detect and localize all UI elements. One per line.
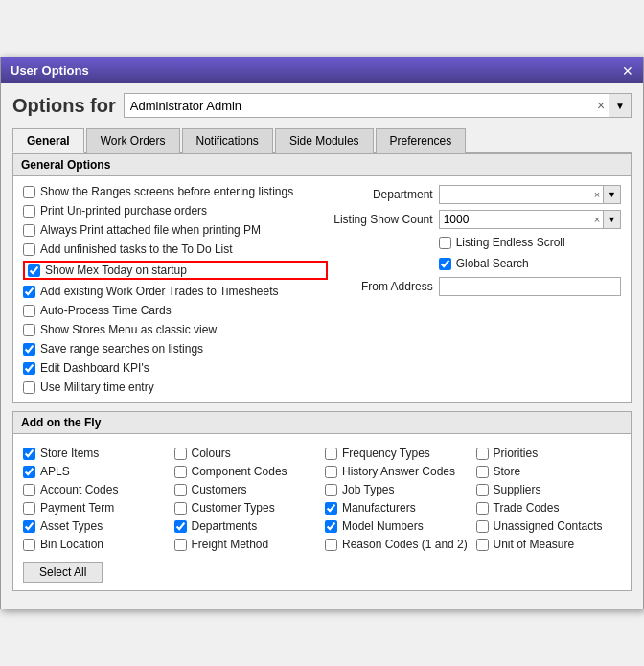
fly-model-numbers-checkbox[interactable] bbox=[325, 520, 337, 533]
add-unfinished-checkbox[interactable] bbox=[23, 243, 35, 256]
use-military-label[interactable]: Use Military time entry bbox=[40, 380, 154, 394]
fly-priorities-checkbox[interactable] bbox=[476, 448, 489, 460]
use-military-checkbox[interactable] bbox=[23, 381, 35, 394]
fly-customers-label[interactable]: Customers bbox=[192, 483, 247, 496]
fly-suppliers-label[interactable]: Suppliers bbox=[494, 483, 541, 496]
edit-dashboard-label[interactable]: Edit Dashboard KPI's bbox=[40, 361, 150, 375]
fly-model-numbers-label[interactable]: Model Numbers bbox=[342, 519, 424, 533]
fly-priorities-label[interactable]: Priorities bbox=[494, 447, 539, 460]
listing-show-count-input[interactable] bbox=[440, 213, 591, 226]
fly-unassigned-contacts-checkbox[interactable] bbox=[476, 520, 489, 533]
department-clear-button[interactable]: × bbox=[591, 189, 603, 200]
fly-departments-checkbox[interactable] bbox=[174, 520, 187, 533]
fly-store-items-label[interactable]: Store Items bbox=[40, 447, 99, 460]
fly-colours: Colours bbox=[174, 446, 320, 461]
show-stores-label[interactable]: Show Stores Menu as classic view bbox=[40, 323, 217, 336]
edit-dashboard-checkbox[interactable] bbox=[23, 362, 35, 375]
fly-manufacturers-label[interactable]: Manufacturers bbox=[342, 501, 416, 515]
global-search-checkbox[interactable] bbox=[439, 258, 451, 270]
user-select-input[interactable] bbox=[125, 97, 593, 115]
fly-unit-of-measure-label[interactable]: Unit of Measure bbox=[494, 538, 575, 551]
close-button[interactable]: ✕ bbox=[622, 64, 633, 78]
fly-apls-checkbox[interactable] bbox=[23, 466, 35, 478]
fly-component-codes-checkbox[interactable] bbox=[174, 466, 187, 478]
fly-unit-of-measure-checkbox[interactable] bbox=[476, 539, 489, 551]
listing-show-count-label: Listing Show Count bbox=[328, 213, 433, 226]
fly-store-items-checkbox[interactable] bbox=[23, 448, 35, 460]
tab-notifications[interactable]: Notifications bbox=[182, 128, 273, 153]
from-address-input[interactable] bbox=[439, 277, 621, 296]
fly-store-checkbox[interactable] bbox=[476, 466, 489, 478]
tab-preferences[interactable]: Preferences bbox=[376, 128, 467, 153]
fly-departments-label[interactable]: Departments bbox=[192, 519, 258, 533]
fly-reason-codes-checkbox[interactable] bbox=[325, 539, 337, 551]
fly-apls-label[interactable]: APLS bbox=[40, 465, 70, 478]
print-unprinted-label[interactable]: Print Un-printed purchase orders bbox=[40, 204, 207, 218]
fly-trade-codes-checkbox[interactable] bbox=[476, 502, 489, 515]
listing-endless-scroll-label[interactable]: Listing Endless Scroll bbox=[456, 236, 565, 249]
general-left-col: Show the Ranges screens before entering … bbox=[23, 184, 328, 395]
fly-job-types-label[interactable]: Job Types bbox=[342, 483, 394, 496]
fly-suppliers-checkbox[interactable] bbox=[476, 484, 489, 496]
print-unprinted-checkbox[interactable] bbox=[23, 205, 35, 218]
fly-reason-codes-label[interactable]: Reason Codes (1 and 2) bbox=[342, 538, 468, 551]
add-unfinished-label[interactable]: Add unfinished tasks to the To Do List bbox=[40, 242, 233, 256]
always-print-label[interactable]: Always Print attached file when printing… bbox=[40, 223, 261, 237]
tab-work-orders[interactable]: Work Orders bbox=[86, 128, 180, 153]
fly-frequency-types-label[interactable]: Frequency Types bbox=[342, 447, 430, 460]
fly-customer-types-label[interactable]: Customer Types bbox=[192, 501, 275, 515]
fly-payment-term-label[interactable]: Payment Term bbox=[40, 501, 114, 515]
fly-colours-checkbox[interactable] bbox=[174, 448, 187, 460]
add-work-order-label[interactable]: Add existing Work Order Trades to Timesh… bbox=[40, 285, 279, 298]
always-print-checkbox[interactable] bbox=[23, 224, 35, 237]
department-input-wrap: × ▼ bbox=[439, 185, 621, 204]
global-search-row: Global Search bbox=[328, 255, 621, 272]
show-ranges-label[interactable]: Show the Ranges screens before entering … bbox=[40, 185, 293, 198]
check-listing-endless-scroll: Listing Endless Scroll bbox=[439, 235, 565, 250]
fly-unassigned-contacts-label[interactable]: Unassigned Contacts bbox=[494, 519, 603, 533]
auto-process-label[interactable]: Auto-Process Time Cards bbox=[40, 304, 172, 317]
fly-frequency-types-checkbox[interactable] bbox=[325, 448, 337, 460]
tabs-bar: General Work Orders Notifications Side M… bbox=[12, 127, 632, 153]
show-mex-today-checkbox[interactable] bbox=[28, 264, 40, 277]
fly-customers-checkbox[interactable] bbox=[174, 484, 187, 496]
auto-process-checkbox[interactable] bbox=[23, 305, 35, 317]
fly-colours-label[interactable]: Colours bbox=[192, 447, 231, 460]
fly-customer-types-checkbox[interactable] bbox=[174, 502, 187, 515]
select-all-button[interactable]: Select All bbox=[23, 562, 103, 583]
tab-side-modules[interactable]: Side Modules bbox=[275, 128, 374, 153]
show-ranges-checkbox[interactable] bbox=[23, 186, 35, 198]
listing-show-count-dropdown-button[interactable]: ▼ bbox=[603, 211, 620, 228]
user-select-clear-button[interactable]: × bbox=[593, 98, 609, 113]
fly-trade-codes-label[interactable]: Trade Codes bbox=[494, 501, 560, 515]
fly-history-answer-codes-label[interactable]: History Answer Codes bbox=[342, 465, 455, 478]
fly-component-codes-label[interactable]: Component Codes bbox=[192, 465, 288, 478]
add-work-order-checkbox[interactable] bbox=[23, 286, 35, 298]
fly-freight-method-checkbox[interactable] bbox=[174, 539, 187, 551]
user-select-dropdown-button[interactable]: ▼ bbox=[609, 94, 631, 117]
show-stores-checkbox[interactable] bbox=[23, 324, 35, 336]
listing-endless-scroll-checkbox[interactable] bbox=[439, 237, 451, 249]
fly-asset-types-label[interactable]: Asset Types bbox=[40, 519, 103, 533]
fly-store-label[interactable]: Store bbox=[494, 465, 521, 478]
global-search-label[interactable]: Global Search bbox=[456, 257, 529, 270]
fly-manufacturers-checkbox[interactable] bbox=[325, 502, 337, 515]
fly-bin-location-checkbox[interactable] bbox=[23, 539, 35, 551]
fly-payment-term-checkbox[interactable] bbox=[23, 502, 35, 515]
fly-bin-location-label[interactable]: Bin Location bbox=[40, 538, 104, 551]
fly-job-types-checkbox[interactable] bbox=[325, 484, 337, 496]
department-input[interactable] bbox=[440, 188, 591, 201]
listing-show-count-clear-button[interactable]: × bbox=[591, 214, 603, 225]
fly-account-codes-label[interactable]: Account Codes bbox=[40, 483, 118, 496]
tab-general[interactable]: General bbox=[12, 128, 84, 153]
fly-history-answer-codes-checkbox[interactable] bbox=[325, 466, 337, 478]
save-range-label[interactable]: Save range searches on listings bbox=[40, 342, 203, 356]
fly-store-items: Store Items bbox=[23, 446, 169, 461]
save-range-checkbox[interactable] bbox=[23, 343, 35, 356]
department-dropdown-button[interactable]: ▼ bbox=[603, 186, 620, 203]
fly-freight-method-label[interactable]: Freight Method bbox=[192, 538, 269, 551]
show-mex-today-label[interactable]: Show Mex Today on startup bbox=[45, 264, 187, 277]
fly-asset-types-checkbox[interactable] bbox=[23, 520, 35, 533]
fly-account-codes-checkbox[interactable] bbox=[23, 484, 35, 496]
general-options-columns: Show the Ranges screens before entering … bbox=[23, 184, 621, 395]
